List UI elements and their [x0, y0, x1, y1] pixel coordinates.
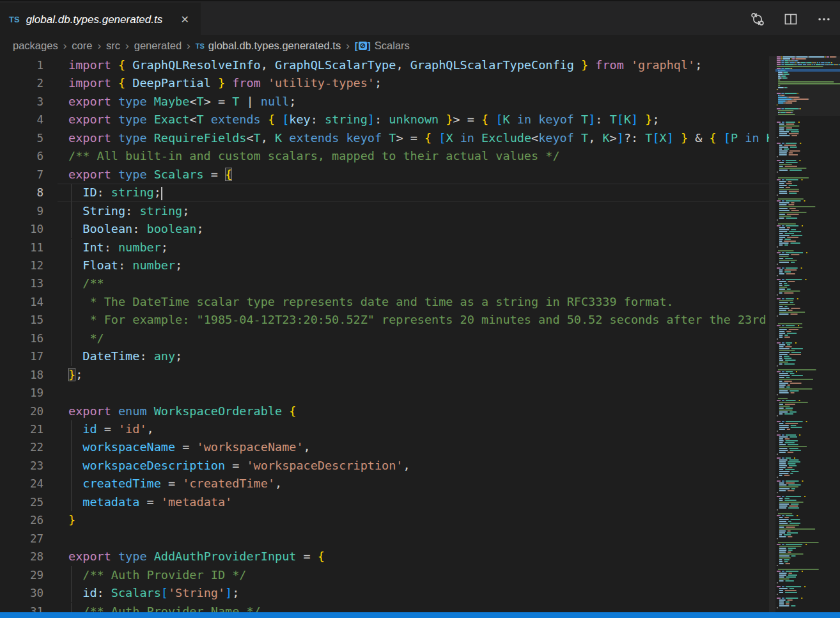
breadcrumb-label: generated	[134, 40, 182, 52]
minimap[interactable]	[775, 56, 840, 612]
token-ctl: type	[118, 113, 147, 126]
token-b2: [	[724, 131, 731, 145]
code-area[interactable]: import { GraphQLResolveInfo, GraphQLScal…	[0, 56, 769, 612]
code-line-26[interactable]: }	[68, 511, 75, 529]
code-line-15[interactable]: * For example: "1985-04-12T23:20:50.52Z"…	[68, 311, 769, 329]
token-ctl: type	[118, 168, 147, 181]
breadcrumb-item-core[interactable]: core	[72, 40, 92, 52]
token-kw: export	[68, 95, 111, 108]
code-line-16[interactable]: */	[68, 329, 104, 347]
code-line-9[interactable]: String: string;	[68, 202, 189, 220]
breadcrumb-item-global-db-types-generated-ts[interactable]: TSglobal.db.types.generated.ts	[196, 40, 341, 52]
token-var: GraphQLScalarTypeConfig	[410, 58, 574, 72]
token-ctl: extends	[211, 113, 261, 126]
token-typ: P	[731, 131, 738, 145]
token-pun	[282, 131, 289, 145]
code-line-18[interactable]: };	[68, 366, 82, 384]
token-pun	[275, 113, 282, 126]
token-pun	[68, 295, 82, 308]
token-pun: ;	[154, 186, 161, 199]
code-line-23[interactable]: workspaceDescription = 'workspaceDescrip…	[68, 457, 410, 475]
token-typ: K	[275, 131, 282, 145]
token-ctl: type	[118, 131, 147, 145]
code-line-4[interactable]: export type Exact<T extends { [key: stri…	[68, 111, 660, 129]
token-pun: ?:	[624, 131, 645, 145]
editor-tab-global-db-types[interactable]: TS global.db.types.generated.ts ✕	[0, 3, 201, 36]
code-line-25[interactable]: metadata = 'metadata'	[68, 493, 232, 511]
token-pun	[68, 258, 82, 272]
code-line-5[interactable]: export type RequireFields<T, K extends k…	[68, 129, 769, 147]
breadcrumb-item-scalars[interactable]: [⊘]Scalars	[355, 40, 410, 52]
token-pun	[147, 550, 154, 563]
code-line-31[interactable]: /** Auth Provider Name */	[68, 603, 261, 613]
code-line-17[interactable]: DateTime: any;	[68, 347, 182, 365]
token-pun	[68, 241, 82, 254]
code-line-22[interactable]: workspaceName = 'workspaceName',	[68, 438, 311, 456]
token-pun: :	[139, 349, 153, 363]
token-typ: T	[645, 131, 652, 145]
token-ctl: enum	[118, 404, 147, 418]
token-b1m: {	[225, 168, 232, 181]
token-pun: > =	[204, 95, 233, 108]
token-ctl: keyof	[538, 113, 574, 126]
token-pun	[111, 95, 118, 108]
code-line-28[interactable]: export type AddAuthProviderInput = {	[68, 548, 325, 566]
code-line-14[interactable]: * The DateTime scalar type represents da…	[68, 293, 674, 311]
code-line-29[interactable]: /** Auth Provider ID */	[68, 566, 246, 584]
token-pun	[68, 186, 82, 199]
token-pun	[68, 477, 82, 490]
breadcrumb-separator: ›	[346, 40, 350, 52]
token-pun: <	[189, 95, 196, 108]
code-line-30[interactable]: id: Scalars['String'];	[68, 584, 239, 602]
token-ctl: in	[517, 113, 531, 126]
code-editor[interactable]: 1234567891011121314151617181920212223242…	[0, 56, 840, 612]
breadcrumb-item-generated[interactable]: generated	[134, 40, 182, 52]
token-typ: X	[446, 131, 453, 145]
breadcrumb-item-packages[interactable]: packages	[13, 40, 58, 52]
code-line-21[interactable]: id = 'id',	[68, 420, 154, 438]
token-pun: <	[189, 113, 196, 126]
code-line-24[interactable]: createdTime = 'createdTime',	[68, 475, 282, 493]
code-line-3[interactable]: export type Maybe<T> = T | null;	[68, 93, 296, 111]
token-enm: id	[82, 422, 97, 436]
token-var: DateTime	[82, 349, 139, 363]
horizontal-scrollbar[interactable]	[0, 612, 840, 618]
token-pun: :	[104, 241, 118, 254]
code-line-7[interactable]: export type Scalars = {	[68, 166, 232, 184]
open-changes-icon[interactable]	[751, 12, 765, 26]
token-pun: =	[296, 550, 317, 563]
token-enm: workspaceName	[82, 440, 175, 454]
token-b1: {	[118, 58, 125, 72]
token-pun	[674, 131, 681, 145]
token-typ: string	[111, 186, 154, 199]
code-line-1[interactable]: import { GraphQLResolveInfo, GraphQLScal…	[68, 56, 702, 74]
token-com: */	[82, 331, 104, 345]
token-pun	[68, 331, 82, 345]
close-tab-icon[interactable]: ✕	[178, 12, 192, 27]
token-typ: Scalars	[111, 586, 161, 599]
code-line-13[interactable]: /**	[68, 274, 104, 292]
token-com: /** Auth Provider Name */	[82, 605, 260, 613]
code-line-8[interactable]: ID: string;	[68, 184, 162, 202]
code-line-6[interactable]: /** All built-in and custom scalars, map…	[68, 147, 560, 165]
code-line-12[interactable]: Float: number;	[68, 257, 182, 274]
token-com: /** All built-in and custom scalars, map…	[68, 149, 560, 162]
token-pun	[574, 113, 581, 126]
token-b2: [	[652, 131, 659, 145]
more-actions-icon[interactable]	[817, 12, 831, 26]
token-typ: string	[139, 204, 182, 218]
split-editor-icon[interactable]	[784, 12, 798, 26]
vertical-scrollbar[interactable]	[769, 56, 775, 612]
token-pun	[339, 131, 346, 145]
token-kw: import	[68, 76, 111, 90]
code-line-2[interactable]: import { DeepPartial } from 'utility-typ…	[68, 74, 382, 92]
breadcrumb-item-src[interactable]: src	[106, 40, 120, 52]
token-pun: :	[132, 222, 146, 235]
token-ctl: type	[118, 95, 147, 108]
token-pun	[111, 131, 118, 145]
code-line-20[interactable]: export enum WorkspaceOrderable {	[68, 402, 296, 420]
token-b2: [	[282, 113, 289, 126]
code-line-11[interactable]: Int: number;	[68, 239, 168, 257]
code-line-10[interactable]: Boolean: boolean;	[68, 220, 204, 238]
token-pun	[510, 113, 517, 126]
